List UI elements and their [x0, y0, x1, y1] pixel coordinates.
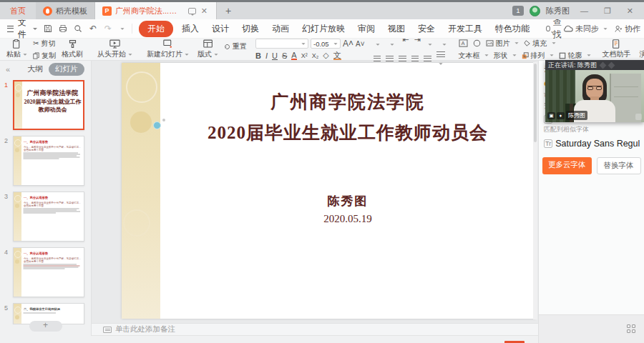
- reset-icon: [224, 44, 230, 50]
- doc-assistant-label: 文档助手: [602, 49, 631, 59]
- font-name-combo[interactable]: [255, 39, 308, 49]
- arrange-button[interactable]: 排列: [522, 51, 554, 61]
- decrease-font-icon[interactable]: A˅: [356, 40, 365, 48]
- columns-button[interactable]: [436, 51, 450, 68]
- video-window-icon[interactable]: [608, 61, 615, 69]
- copy-button[interactable]: 复制: [33, 51, 56, 61]
- comment-icon[interactable]: [188, 8, 196, 14]
- strikethrough-button[interactable]: S: [282, 51, 287, 60]
- paste-button[interactable]: 粘贴: [4, 39, 30, 60]
- tab-slides[interactable]: 幻灯片: [49, 63, 84, 76]
- undo-icon[interactable]: ↶: [88, 24, 98, 34]
- tab-animation[interactable]: 动画: [265, 21, 296, 37]
- justify-button[interactable]: [411, 56, 419, 62]
- doc-assistant-button[interactable]: 文档助手: [600, 39, 634, 60]
- print-preview-icon[interactable]: [73, 24, 83, 34]
- present-tools-button[interactable]: 演示工具: [637, 39, 644, 60]
- tab-devtools[interactable]: 开发工具: [441, 21, 489, 37]
- slide-thumbnail-1[interactable]: 1 广州商学院法学院 2020届毕业生就业工作教师动员会 陈秀图 2020.05…: [0, 77, 91, 133]
- replace-font-button[interactable]: 替换字体: [597, 157, 641, 174]
- maximize-button[interactable]: ❐: [599, 6, 616, 16]
- new-slide-button[interactable]: 新建幻灯片: [144, 39, 192, 60]
- tab-view[interactable]: 视图: [381, 21, 411, 37]
- slide-number: 4: [4, 249, 8, 256]
- tab-review[interactable]: 审阅: [351, 21, 381, 37]
- canvas-scrollbar[interactable]: [533, 62, 537, 319]
- video-call-header[interactable]: 正在讲话: 陈秀图: [545, 60, 644, 70]
- ribbon-search[interactable]: 查找: [536, 16, 563, 41]
- play-from-beginning-button[interactable]: 从头开始: [94, 39, 135, 60]
- shapes-button[interactable]: 形状: [494, 51, 517, 61]
- superscript-button[interactable]: X²: [301, 52, 308, 59]
- font-item-2[interactable]: Tr Saturday Sans Regul 下载: [539, 134, 644, 149]
- docer-template-tab[interactable]: 稻壳模板: [36, 2, 95, 19]
- slide-layout-button[interactable]: 版式: [195, 39, 221, 60]
- more-cloud-fonts-button[interactable]: 更多云字体: [542, 157, 592, 174]
- search-icon: [546, 26, 550, 31]
- notes-bar[interactable]: 单击此处添加备注: [92, 323, 538, 335]
- close-button[interactable]: ✕: [622, 6, 638, 16]
- message-count-badge[interactable]: 1: [512, 6, 524, 16]
- reset-button[interactable]: 重置: [224, 41, 247, 51]
- video-window-icon[interactable]: [600, 61, 607, 69]
- distribute-button[interactable]: [424, 56, 431, 62]
- slide-canvas[interactable]: 广州商学院法学院 2020届毕业生就业工作教师动员会 陈秀图 2020.05.1…: [92, 61, 538, 323]
- svg-text:A: A: [461, 40, 465, 46]
- align-left-button[interactable]: [374, 56, 381, 62]
- font-color-button[interactable]: A: [291, 51, 296, 60]
- tab-security[interactable]: 安全: [411, 21, 441, 37]
- from-beginning-label: 从头开始: [97, 50, 126, 58]
- increase-font-icon[interactable]: A˄: [343, 39, 353, 49]
- font-size-combo[interactable]: -0.05: [311, 39, 341, 49]
- minimize-button[interactable]: —: [575, 6, 593, 15]
- slide-thumbnail-4[interactable]: 4 一、充分认清形势 今年，高校毕业生就业形势十分严峻，兄弟省情况，全国共有两个…: [0, 244, 91, 300]
- outline-button[interactable]: 轮廓: [559, 51, 591, 61]
- customize-quickbar-icon[interactable]: [120, 28, 124, 30]
- bold-button[interactable]: B: [255, 51, 261, 60]
- tab-insert[interactable]: 插入: [175, 21, 205, 37]
- format-painter-button[interactable]: 格式刷: [59, 39, 86, 60]
- clear-format-button[interactable]: ◇: [323, 51, 328, 60]
- subscript-button[interactable]: X₂: [312, 52, 319, 59]
- video-call-overlay[interactable]: 正在讲话: 陈秀图 ▣ ♦ 陈秀图: [545, 60, 644, 122]
- redo-icon[interactable]: ↷: [103, 24, 113, 34]
- text-frame-icon[interactable]: A: [459, 39, 468, 47]
- print-icon[interactable]: [58, 24, 68, 34]
- save-icon[interactable]: [43, 24, 53, 34]
- slide-subtitle-textbox[interactable]: 陈秀图 2020.05.19: [160, 193, 535, 225]
- tab-design[interactable]: 设计: [205, 21, 235, 37]
- grid-view-icon[interactable]: [627, 324, 635, 333]
- camera-icon[interactable]: ▣: [547, 112, 555, 119]
- shape-circle-icon[interactable]: [473, 39, 481, 47]
- user-avatar[interactable]: [530, 6, 540, 16]
- home-tab[interactable]: 首页: [0, 2, 36, 19]
- italic-button[interactable]: I: [265, 51, 268, 60]
- file-menu[interactable]: 文件: [0, 16, 40, 41]
- slide-thumbnail-3[interactable]: 3 一、充分认清形势 今年，高校毕业生就业形势十分严峻，兄弟省情况，全国共有两个…: [0, 189, 91, 244]
- align-right-button[interactable]: [399, 56, 406, 62]
- new-tab-button[interactable]: +: [217, 2, 240, 19]
- tab-transition[interactable]: 切换: [235, 21, 265, 37]
- slide-title-textbox[interactable]: 广州商学院法学院 2020届毕业生就业工作教师动员会: [160, 90, 535, 144]
- slide-editor[interactable]: 广州商学院法学院 2020届毕业生就业工作教师动员会 陈秀图 2020.05.1…: [122, 63, 535, 319]
- tab-home[interactable]: 开始: [139, 21, 173, 37]
- reset-label: 重置: [233, 41, 247, 51]
- align-center-button[interactable]: [386, 56, 394, 62]
- document-tab[interactable]: P 广州商学院法...生就业动员会 ✕: [95, 2, 217, 19]
- slide-thumbnail-2[interactable]: 2 一、充分认清形势 今年，高校毕业生就业形势十分严峻，兄弟省情况，全国共有两个…: [0, 133, 91, 189]
- sync-status[interactable]: 未同步: [563, 24, 608, 34]
- add-slide-button[interactable]: +: [29, 321, 62, 332]
- collaborate-button[interactable]: 协作: [615, 24, 640, 34]
- textbox-button[interactable]: 文本框: [459, 51, 489, 61]
- text-effect-button[interactable]: 文: [333, 51, 341, 60]
- tab-slideshow[interactable]: 幻灯片放映: [296, 21, 351, 37]
- close-tab-icon[interactable]: ✕: [200, 6, 209, 16]
- user-name[interactable]: 陈秀图: [546, 6, 570, 16]
- collapse-panel-button[interactable]: «: [6, 65, 10, 74]
- tab-outline[interactable]: 大纲: [27, 64, 43, 74]
- textbox-label: 文本框: [459, 51, 480, 61]
- microphone-icon[interactable]: ♦: [557, 112, 565, 119]
- picture-button[interactable]: 图片: [486, 39, 519, 49]
- underline-button[interactable]: U: [272, 51, 278, 60]
- tab-features[interactable]: 特色功能: [489, 21, 536, 37]
